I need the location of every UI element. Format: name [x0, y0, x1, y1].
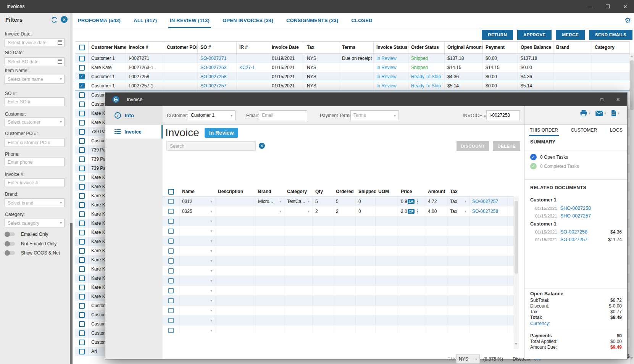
empty-item-row[interactable]: ▾ [163, 316, 514, 325]
item-brand-select[interactable]: Micro...▾ [255, 196, 284, 206]
item-name-select[interactable]: ▾ [179, 296, 215, 305]
currency-link[interactable]: Currency: [530, 321, 550, 326]
filter-text-field[interactable] [5, 97, 65, 106]
chevron-down-icon[interactable]: ▾ [60, 200, 62, 205]
checkbox-icon[interactable] [79, 101, 85, 107]
toggle-knob[interactable] [5, 250, 10, 256]
row-checkbox[interactable]: ✓ [75, 72, 89, 81]
filter-text-field[interactable] [5, 138, 65, 147]
document-icon[interactable]: ▾ [611, 110, 619, 116]
main-table-scrollbar[interactable] [630, 53, 634, 364]
item-name-select[interactable]: ▾ [179, 276, 215, 285]
items-scrollbar[interactable] [514, 196, 519, 349]
item-brand-select[interactable]: ▾ [255, 206, 284, 216]
filter-select-field[interactable]: ▾ [5, 118, 65, 126]
filter-text-field[interactable] [5, 158, 65, 166]
return-button[interactable]: RETURN [482, 30, 513, 40]
table-row[interactable]: Customer 1I-0027271SO-002727101/19/2021N… [75, 54, 630, 63]
select-all-checkbox[interactable] [75, 42, 89, 53]
main-scrollbar-thumb[interactable] [630, 60, 634, 110]
item-name-select[interactable]: ▾ [179, 266, 215, 275]
price-type-badge[interactable]: CP [408, 209, 415, 214]
checkbox-icon[interactable] [79, 92, 85, 98]
sidebar-scrollb ar[interactable] [70, 13, 73, 364]
tab-closed[interactable]: CLOSED [350, 15, 374, 28]
item-tax-select[interactable]: Tax▾ [447, 196, 469, 206]
filter-select-field[interactable]: ▾ [5, 198, 65, 207]
item-name-select[interactable]: 0312▾ [179, 196, 215, 206]
filter-input[interactable] [5, 57, 65, 66]
item-checkbox[interactable] [163, 296, 179, 305]
empty-item-row[interactable]: ▾ [163, 266, 514, 276]
chevron-down-icon[interactable]: ▾ [589, 111, 590, 115]
toggle-knob[interactable] [5, 232, 10, 237]
chevron-down-icon[interactable]: ▾ [210, 328, 212, 332]
discount-items-button[interactable]: DISCOUNT [457, 141, 489, 151]
nav-item-invoice[interactable]: Invoice [105, 125, 163, 139]
calendar-icon[interactable] [58, 60, 62, 64]
chevron-down-icon[interactable]: ▾ [618, 111, 619, 115]
tab-open-invoices-[interactable]: OPEN INVOICES (34) [221, 15, 275, 28]
checkbox-icon[interactable] [168, 189, 174, 195]
panel-tab-logs[interactable]: LOGS [609, 125, 623, 136]
calendar-icon[interactable] [58, 40, 62, 45]
item-tax-select[interactable]: Tax▾ [447, 206, 469, 216]
chevron-down-icon[interactable]: ▾ [308, 199, 310, 203]
checkbox-icon[interactable] [168, 248, 174, 254]
tab-all-[interactable]: ALL (417) [132, 15, 158, 28]
checkbox-icon[interactable] [79, 147, 85, 153]
chevron-down-icon[interactable]: ▾ [210, 249, 212, 253]
filter-input[interactable] [5, 178, 65, 187]
item-category-select[interactable]: ▾ [284, 206, 313, 216]
row-checkbox[interactable] [75, 347, 89, 356]
row-checkbox[interactable] [75, 319, 89, 329]
price-menu-icon[interactable]: ⋮ [415, 199, 419, 204]
checkbox-icon[interactable] [79, 211, 85, 217]
chevron-down-icon[interactable]: ▾ [279, 209, 281, 213]
chevron-down-icon[interactable]: ▾ [210, 318, 212, 322]
checkbox-icon[interactable] [79, 221, 85, 226]
filter-select-field[interactable]: ▾ [5, 219, 65, 227]
item-checkbox[interactable] [163, 286, 179, 295]
checkbox-icon[interactable] [79, 239, 85, 245]
checkbox-icon[interactable] [168, 288, 174, 293]
doc-link[interactable]: SHO-0027258 [560, 206, 591, 211]
item-name-select[interactable]: ▾ [179, 286, 215, 295]
checkbox-icon[interactable] [168, 328, 174, 333]
invoice-number-field[interactable] [489, 113, 517, 118]
item-row[interactable]: 0312▾Micro...▾TestCa...▾5500.9LA⋮4.72Tax… [163, 196, 514, 206]
toggle-knob[interactable] [5, 241, 10, 246]
empty-item-row[interactable]: ▾ [163, 226, 514, 236]
clear-search-icon[interactable]: ✕ [259, 143, 265, 149]
select-all-items-checkbox[interactable] [163, 187, 179, 196]
row-checkbox[interactable] [75, 301, 89, 310]
item-checkbox[interactable] [163, 246, 179, 256]
checkbox-icon[interactable] [79, 156, 85, 162]
item-checkbox[interactable] [163, 216, 179, 226]
item-search-input[interactable] [167, 142, 255, 150]
price-type-badge[interactable]: LA [408, 199, 415, 204]
scroll-down-icon[interactable] [630, 357, 633, 359]
chevron-down-icon[interactable]: ▾ [465, 199, 466, 203]
checkbox-icon[interactable] [79, 248, 85, 254]
item-checkbox[interactable] [163, 306, 179, 315]
chevron-down-icon[interactable]: ▾ [210, 288, 212, 293]
chevron-down-icon[interactable]: ▾ [279, 199, 281, 203]
row-checkbox[interactable] [75, 54, 89, 63]
checkbox-icon[interactable] [79, 330, 85, 336]
checkbox-icon[interactable] [79, 266, 85, 272]
filter-input[interactable] [5, 38, 65, 47]
checkbox-icon[interactable] [79, 184, 85, 190]
row-checkbox[interactable] [75, 246, 89, 255]
chevron-down-icon[interactable]: ▾ [210, 219, 212, 223]
item-name-select[interactable]: ▾ [179, 325, 215, 333]
empty-item-row[interactable]: ▾ [163, 216, 514, 226]
clear-filters-icon[interactable]: ✕ [61, 16, 68, 23]
row-checkbox[interactable] [75, 274, 89, 283]
row-checkbox[interactable] [75, 255, 89, 264]
row-checkbox[interactable] [75, 219, 89, 228]
filter-input[interactable] [5, 118, 65, 126]
toggle-0[interactable]: Emailed Only [5, 231, 48, 238]
delete-items-button[interactable]: DELETE [493, 141, 520, 151]
chevron-down-icon[interactable]: ▾ [308, 209, 310, 213]
